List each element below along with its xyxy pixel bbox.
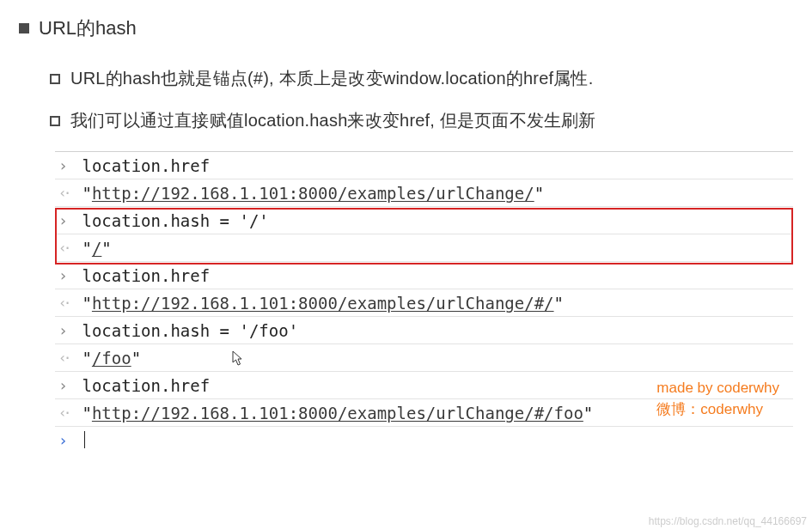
list-item: URL的hash也就是锚点(#), 本质上是改变window.location的… xyxy=(50,67,812,90)
console-prompt-line[interactable]: › xyxy=(55,427,793,454)
chevron-left-icon: ‹· xyxy=(58,186,72,200)
console-input-line: › location.href xyxy=(55,262,793,289)
console-code: "http://192.168.1.101:8000/examples/urlC… xyxy=(72,294,564,313)
heading-text: URL的hash xyxy=(39,15,137,41)
console-output-line: ‹· "http://192.168.1.101:8000/examples/u… xyxy=(55,179,793,207)
sub-list: URL的hash也就是锚点(#), 本质上是改变window.location的… xyxy=(50,67,812,132)
chevron-left-icon: ‹· xyxy=(58,351,72,365)
chevron-right-icon: › xyxy=(58,378,72,393)
console-code: "/foo" xyxy=(72,349,141,368)
console-input-line: › location.hash = '/' xyxy=(55,207,793,234)
console-output-line: ‹· "/foo" xyxy=(55,344,793,372)
chevron-left-icon: ‹· xyxy=(58,241,72,255)
watermark-text: https://blog.csdn.net/qq_44166697 xyxy=(649,515,807,527)
console-code: location.hash = '/foo' xyxy=(72,321,298,340)
chevron-right-icon: › xyxy=(58,433,72,448)
hollow-square-icon xyxy=(50,74,60,84)
credit-text: made by coderwhy 微博：coderwhy xyxy=(656,378,779,420)
chevron-right-icon: › xyxy=(58,213,72,228)
credit-line: made by coderwhy xyxy=(656,378,779,399)
console-input-line: › location.href xyxy=(55,152,793,179)
console-code: location.href xyxy=(72,156,210,175)
console-url[interactable]: http://192.168.1.101:8000/examples/urlCh… xyxy=(92,404,583,423)
console-code: location.hash = '/' xyxy=(72,211,269,230)
chevron-left-icon: ‹· xyxy=(58,406,72,420)
list-item-text: 我们可以通过直接赋值location.hash来改变href, 但是页面不发生刷… xyxy=(70,109,596,132)
console-output-line: ‹· "http://192.168.1.101:8000/examples/u… xyxy=(55,289,793,317)
square-bullet-icon xyxy=(19,23,29,33)
console-url[interactable]: / xyxy=(92,239,101,258)
console-code: "/" xyxy=(72,239,112,258)
console-code: location.href xyxy=(72,266,210,285)
console-input-line: › location.hash = '/foo' xyxy=(55,317,793,344)
heading-row: URL的hash xyxy=(19,15,812,41)
chevron-right-icon: › xyxy=(58,268,72,283)
console-code: "http://192.168.1.101:8000/examples/urlC… xyxy=(72,184,544,203)
console-code: "http://192.168.1.101:8000/examples/urlC… xyxy=(72,404,593,423)
console-url[interactable]: /foo xyxy=(92,349,131,368)
chevron-right-icon: › xyxy=(58,158,72,173)
chevron-right-icon: › xyxy=(58,323,72,338)
console-url[interactable]: http://192.168.1.101:8000/examples/urlCh… xyxy=(92,184,534,203)
console-url[interactable]: http://192.168.1.101:8000/examples/urlCh… xyxy=(92,294,554,313)
list-item-text: URL的hash也就是锚点(#), 本质上是改变window.location的… xyxy=(70,67,593,90)
console-output-line: ‹· "/" xyxy=(55,234,793,262)
console-code: location.href xyxy=(72,376,210,395)
console-input[interactable] xyxy=(72,431,85,450)
chevron-left-icon: ‹· xyxy=(58,296,72,310)
list-item: 我们可以通过直接赋值location.hash来改变href, 但是页面不发生刷… xyxy=(50,109,812,132)
credit-line: 微博：coderwhy xyxy=(656,399,779,421)
hollow-square-icon xyxy=(50,116,60,126)
